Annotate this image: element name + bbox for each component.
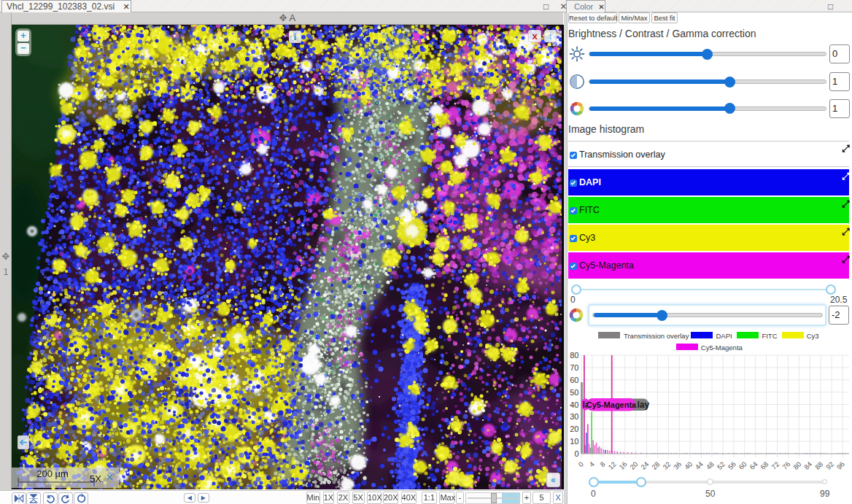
svg-text:48: 48 bbox=[705, 460, 716, 471]
svg-text:84: 84 bbox=[802, 460, 813, 471]
svg-text:10: 10 bbox=[570, 437, 578, 446]
svg-text:72: 72 bbox=[770, 460, 781, 471]
svg-text:92: 92 bbox=[824, 460, 835, 471]
svg-text:36: 36 bbox=[672, 460, 683, 471]
svg-text:20: 20 bbox=[570, 424, 578, 433]
svg-text:40: 40 bbox=[683, 460, 694, 471]
svg-text:Cy5-Magenta: Cy5-Magenta bbox=[586, 400, 637, 409]
svg-text:50: 50 bbox=[570, 388, 578, 397]
svg-text:80: 80 bbox=[791, 460, 802, 471]
svg-text:12: 12 bbox=[606, 460, 617, 471]
svg-text:28: 28 bbox=[650, 460, 661, 471]
svg-text:88: 88 bbox=[813, 460, 824, 471]
svg-text:60: 60 bbox=[570, 376, 578, 384]
svg-text:68: 68 bbox=[759, 460, 770, 471]
svg-text:52: 52 bbox=[716, 460, 727, 471]
svg-text:30: 30 bbox=[570, 412, 578, 421]
svg-text:8: 8 bbox=[598, 460, 607, 469]
svg-text:70: 70 bbox=[570, 363, 578, 372]
svg-text:24: 24 bbox=[639, 460, 650, 471]
svg-text:40: 40 bbox=[570, 400, 578, 409]
svg-text:4: 4 bbox=[587, 460, 596, 469]
svg-text:32: 32 bbox=[661, 460, 672, 471]
svg-text:16: 16 bbox=[617, 460, 628, 471]
svg-text:96: 96 bbox=[835, 460, 846, 471]
svg-text:76: 76 bbox=[781, 460, 791, 471]
svg-text:0: 0 bbox=[576, 460, 585, 469]
svg-text:0: 0 bbox=[574, 449, 578, 458]
svg-text:56: 56 bbox=[727, 460, 737, 471]
svg-text:60: 60 bbox=[737, 460, 748, 471]
svg-text:64: 64 bbox=[748, 460, 759, 471]
svg-text:80: 80 bbox=[570, 351, 578, 360]
svg-text:44: 44 bbox=[694, 460, 705, 471]
svg-text:20: 20 bbox=[628, 460, 639, 471]
svg-text:lay: lay bbox=[638, 400, 650, 410]
